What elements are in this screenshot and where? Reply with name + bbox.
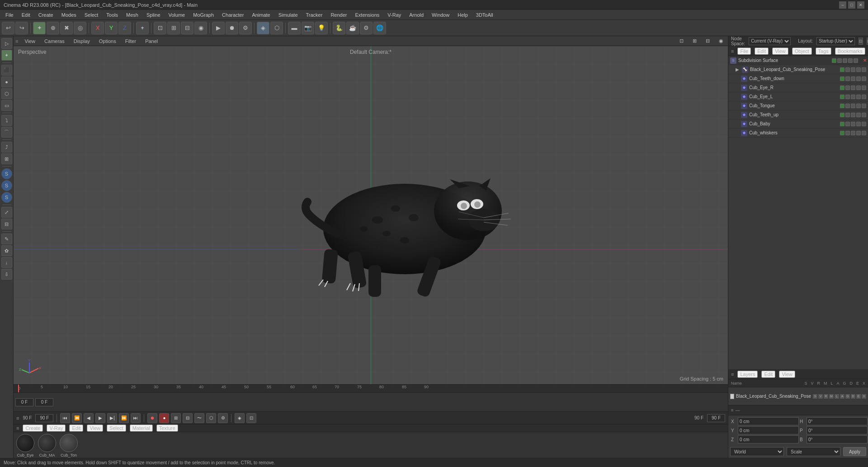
coord-z-input[interactable] bbox=[738, 435, 799, 443]
anim-prev-keyframe[interactable]: ◀ bbox=[84, 413, 94, 423]
add-button[interactable]: + bbox=[136, 22, 149, 34]
viewport-filter-menu[interactable]: Filter bbox=[123, 38, 139, 44]
menu-mograph[interactable]: MoGraph bbox=[189, 11, 217, 19]
obj-view-menu[interactable]: View bbox=[772, 48, 788, 55]
menu-vray[interactable]: V-Ray bbox=[384, 11, 405, 19]
move-button[interactable]: ⊕ bbox=[47, 22, 59, 34]
settings-button[interactable]: ⚙ bbox=[360, 22, 373, 34]
tool-spline-arc[interactable]: ⌒ bbox=[1, 127, 12, 138]
node-space-select[interactable]: Current (V-Ray) bbox=[749, 37, 791, 45]
viewport-panel-menu[interactable]: Panel bbox=[142, 38, 160, 44]
anim-next-keyframe[interactable]: ▶| bbox=[107, 413, 117, 423]
layer-icon-l[interactable]: L bbox=[835, 394, 839, 399]
menu-tools[interactable]: Tools bbox=[103, 11, 122, 19]
tool-s2[interactable]: S bbox=[1, 180, 12, 191]
coord-p-input[interactable] bbox=[807, 426, 868, 434]
redo-button[interactable]: ↪ bbox=[15, 22, 28, 34]
tool-object-select[interactable]: ▷ bbox=[1, 38, 12, 49]
light-button[interactable]: 💡 bbox=[315, 22, 328, 34]
viewport-canvas[interactable]: Perspective Default Camera:* Grid Spacin… bbox=[14, 46, 728, 384]
viewport-icon-2[interactable]: ⊞ bbox=[690, 38, 699, 44]
layers-edit-menu[interactable]: Edit bbox=[761, 371, 775, 378]
camera-button[interactable]: 📷 bbox=[302, 22, 314, 34]
obj-tags-menu[interactable]: Tags bbox=[816, 48, 831, 55]
mat-vray-menu[interactable]: V-Ray bbox=[47, 424, 66, 432]
render-settings-button[interactable]: ⚙ bbox=[239, 22, 252, 34]
minimize-button[interactable]: – bbox=[839, 1, 846, 9]
tool-grid[interactable]: ⊟ bbox=[1, 219, 12, 229]
obj-object-menu[interactable]: Object bbox=[792, 48, 812, 55]
menu-edit[interactable]: Edit bbox=[18, 11, 34, 19]
obj-item-cub-eye-r[interactable]: ⬟ Cub_Eye_R bbox=[728, 83, 868, 92]
close-button[interactable]: ✕ bbox=[857, 1, 864, 9]
layer-icon-m[interactable]: M bbox=[829, 394, 834, 399]
playhead[interactable] bbox=[18, 385, 19, 392]
tool-plane[interactable]: ▭ bbox=[1, 100, 12, 111]
anim-autokey[interactable]: ⊟ bbox=[183, 413, 193, 423]
layer-icon-r[interactable]: R bbox=[824, 394, 828, 399]
coffee-button[interactable]: ☕ bbox=[346, 22, 359, 34]
material-cub-eye[interactable]: Cub_Eye bbox=[16, 434, 34, 457]
render-region-button[interactable]: ▶ bbox=[212, 22, 225, 34]
world-space-select[interactable]: World Object bbox=[730, 447, 784, 456]
menu-animate[interactable]: Animate bbox=[248, 11, 274, 19]
apply-button[interactable]: Apply bbox=[843, 447, 866, 456]
menu-3dtoall[interactable]: 3DToAll bbox=[472, 11, 497, 19]
menu-mesh[interactable]: Mesh bbox=[123, 11, 142, 19]
tool-cube[interactable]: ⬛ bbox=[1, 65, 12, 76]
maximize-button[interactable]: □ bbox=[848, 1, 855, 9]
render-to-picture-button[interactable]: ⏺ bbox=[226, 22, 238, 34]
tool-sculpt[interactable]: ✿ bbox=[1, 245, 12, 256]
menu-create[interactable]: Create bbox=[35, 11, 57, 19]
menu-simulate[interactable]: Simulate bbox=[275, 11, 302, 19]
floor-button[interactable]: ▬ bbox=[288, 22, 301, 34]
menu-modes[interactable]: Modes bbox=[58, 11, 80, 19]
anim-prev-frame[interactable]: ⏪ bbox=[72, 413, 82, 423]
anim-settings[interactable]: ⚙ bbox=[218, 413, 228, 423]
mat-edit-menu[interactable]: Edit bbox=[69, 424, 83, 432]
python-button[interactable]: 🐍 bbox=[333, 22, 345, 34]
points-mode-button[interactable]: ⊞ bbox=[167, 22, 180, 34]
obj-item-cub-eye-l[interactable]: ⬟ Cub_Eye_L bbox=[728, 92, 868, 101]
obj-item-black-leopard[interactable]: ▶ 🦴 Black_Leopard_Cub_Sneaking_Pose bbox=[728, 65, 868, 74]
anim-go-end[interactable]: ⏭ bbox=[131, 413, 141, 423]
layer-icon-e[interactable]: E bbox=[856, 394, 861, 399]
anim-keyframe-button[interactable]: ⊞ bbox=[171, 413, 181, 423]
material-cub-ma[interactable]: Cub_MA bbox=[38, 434, 56, 457]
obj-item-subdivision[interactable]: S Subdivision Surface ✕ bbox=[728, 56, 868, 65]
layers-view-menu[interactable]: View bbox=[779, 371, 795, 378]
menu-help[interactable]: Help bbox=[454, 11, 472, 19]
menu-spline[interactable]: Spline bbox=[143, 11, 164, 19]
anim-play-button[interactable]: ▶ bbox=[95, 413, 105, 423]
anim-motion-clip[interactable]: ⬡ bbox=[206, 413, 216, 423]
layers-menu[interactable]: Layers bbox=[737, 371, 758, 378]
coord-x-button[interactable]: X bbox=[91, 22, 104, 34]
coord-x-input[interactable] bbox=[738, 417, 799, 425]
mat-texture-menu[interactable]: Texture bbox=[156, 424, 178, 432]
mat-create-menu[interactable]: Create bbox=[23, 424, 43, 432]
anim-end-input[interactable] bbox=[707, 414, 725, 422]
coord-z-button[interactable]: Z bbox=[118, 22, 131, 34]
layer-icon-x[interactable]: X bbox=[862, 394, 866, 399]
obj-file-menu[interactable]: File bbox=[737, 48, 751, 55]
obj-item-cub-tongue[interactable]: ⬟ Cub_Tongue bbox=[728, 101, 868, 110]
object-mode-button[interactable]: ⊡ bbox=[154, 22, 166, 34]
tool-arrow-down[interactable]: ↓ bbox=[1, 257, 12, 268]
viewport-view-menu[interactable]: View bbox=[22, 38, 38, 44]
tool-subdivide[interactable]: ⊞ bbox=[1, 153, 12, 164]
obj-item-cub-whiskers[interactable]: ⬟ Cub_whiskers bbox=[728, 129, 868, 138]
viewport-cameras-menu[interactable]: Cameras bbox=[42, 38, 67, 44]
layer-icon-g[interactable]: G bbox=[845, 394, 850, 399]
menu-volume[interactable]: Volume bbox=[165, 11, 189, 19]
tool-sphere[interactable]: ● bbox=[1, 76, 12, 87]
material-button[interactable]: ◈ bbox=[257, 22, 269, 34]
anim-icon-1[interactable]: ◈ bbox=[235, 413, 245, 423]
tool-snap[interactable]: ⤢ bbox=[1, 207, 12, 218]
menu-window[interactable]: Window bbox=[428, 11, 453, 19]
layer-item-leopard[interactable]: Black_Leopard_Cub_Sneaking_Pose S V R M … bbox=[730, 394, 866, 399]
texture-tag-button[interactable]: ⬡ bbox=[270, 22, 283, 34]
mat-select-menu[interactable]: Select bbox=[107, 424, 126, 432]
viewport-icon-1[interactable]: ⊡ bbox=[677, 38, 686, 44]
tool-arrow-down2[interactable]: ⇩ bbox=[1, 269, 12, 280]
menu-file[interactable]: File bbox=[2, 11, 17, 19]
